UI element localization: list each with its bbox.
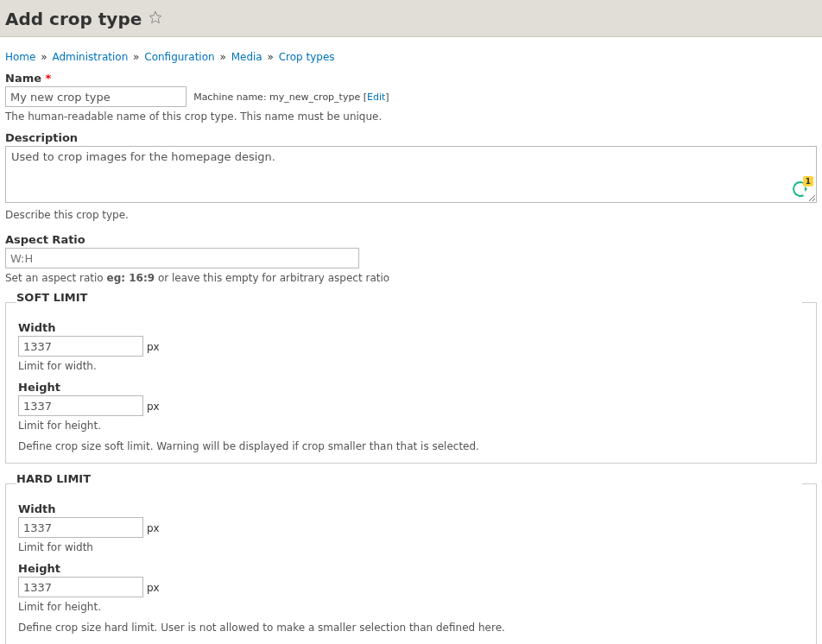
name-help: The human-readable name of this crop typ…	[5, 110, 817, 123]
hard-limit-note: Define crop size hard limit. User is not…	[18, 622, 804, 634]
aspect-help: Set an aspect ratio eg: 16:9 or leave th…	[5, 272, 817, 284]
soft-height-label: Height	[18, 381, 804, 394]
name-label: Name *	[5, 72, 817, 85]
breadcrumb-link[interactable]: Crop types	[279, 51, 335, 63]
soft-limit-note: Define crop size soft limit. Warning wil…	[18, 440, 804, 452]
soft-width-help: Limit for width.	[18, 360, 804, 372]
soft-width-label: Width	[18, 321, 804, 334]
unit-suffix: px	[147, 401, 160, 413]
soft-height-help: Limit for height.	[18, 420, 804, 432]
soft-width-input[interactable]	[18, 336, 143, 357]
description-label: Description	[5, 131, 817, 144]
unit-suffix: px	[147, 582, 160, 594]
hard-height-help: Limit for height.	[18, 601, 804, 613]
hard-width-help: Limit for width	[18, 541, 804, 553]
page-title: Add crop type	[5, 9, 142, 29]
name-input[interactable]	[5, 86, 187, 107]
page-header: Add crop type	[0, 0, 822, 37]
breadcrumb-link[interactable]: Home	[5, 51, 35, 63]
description-help: Describe this crop type.	[5, 209, 817, 221]
aspect-label: Aspect Ratio	[5, 233, 817, 246]
svg-marker-0	[150, 11, 161, 22]
breadcrumb-link[interactable]: Administration	[52, 51, 128, 63]
breadcrumb-link[interactable]: Media	[231, 51, 262, 63]
breadcrumb-link[interactable]: Configuration	[144, 51, 214, 63]
aspect-ratio-input[interactable]	[5, 248, 359, 268]
soft-height-input[interactable]	[18, 395, 143, 416]
favorite-star-icon[interactable]	[149, 10, 162, 24]
hard-width-label: Width	[18, 502, 804, 515]
unit-suffix: px	[147, 522, 160, 534]
hard-limit-legend: HARD LIMIT	[16, 472, 802, 485]
grammarly-icon[interactable]: 1	[793, 181, 808, 197]
hard-height-label: Height	[18, 562, 804, 575]
description-textarea[interactable]	[5, 146, 817, 203]
hard-width-input[interactable]	[18, 517, 143, 538]
hard-height-input[interactable]	[18, 577, 143, 597]
hard-limit-fieldset: HARD LIMIT Width px Limit for width Heig…	[5, 477, 817, 644]
soft-limit-legend: SOFT LIMIT	[16, 291, 802, 304]
machine-name-display: Machine name: my_new_crop_type [Edit]	[193, 92, 389, 103]
breadcrumb: Home » Administration » Configuration » …	[5, 42, 817, 72]
edit-machine-name-link[interactable]: Edit	[367, 92, 385, 103]
required-indicator: *	[46, 72, 52, 85]
unit-suffix: px	[147, 341, 160, 353]
soft-limit-fieldset: SOFT LIMIT Width px Limit for width. Hei…	[5, 296, 817, 464]
